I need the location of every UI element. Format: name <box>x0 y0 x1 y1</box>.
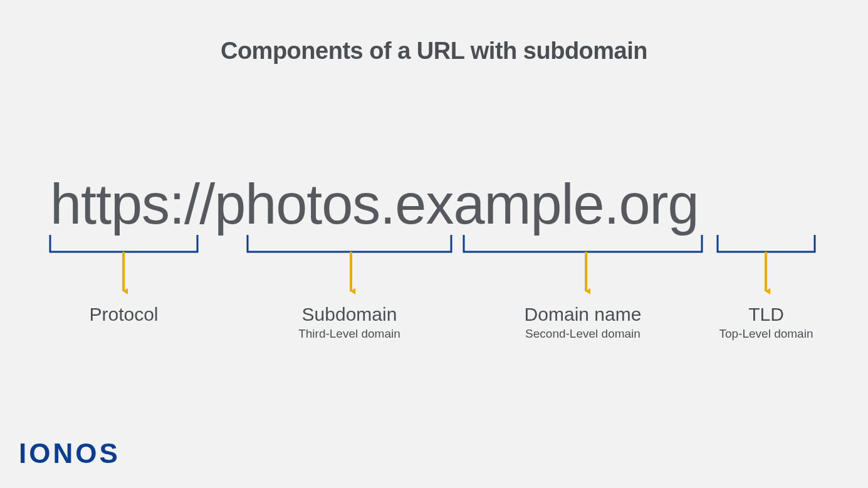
bracket-protocol <box>50 235 197 252</box>
bracket-tld <box>718 235 815 252</box>
label-tld-main: TLD <box>718 304 815 324</box>
bracket-subdomain <box>248 235 451 252</box>
label-subdomain-sub: Third-Level domain <box>248 327 451 341</box>
label-subdomain: Subdomain Third-Level domain <box>248 304 451 341</box>
annotation-overlay <box>0 0 868 488</box>
label-tld-sub: Top-Level domain <box>718 327 815 341</box>
label-domainname-sub: Second-Level domain <box>464 327 702 341</box>
label-domainname-main: Domain name <box>464 304 702 324</box>
label-subdomain-main: Subdomain <box>248 304 451 324</box>
label-tld: TLD Top-Level domain <box>718 304 815 341</box>
ionos-logo: IONOS <box>19 438 120 469</box>
label-protocol-main: Protocol <box>50 304 197 324</box>
label-protocol: Protocol <box>50 304 197 327</box>
bracket-domainname <box>464 235 702 252</box>
diagram-title: Components of a URL with subdomain <box>0 38 868 65</box>
url-text: https://photos.example.org <box>50 172 699 237</box>
label-domainname: Domain name Second-Level domain <box>464 304 702 341</box>
